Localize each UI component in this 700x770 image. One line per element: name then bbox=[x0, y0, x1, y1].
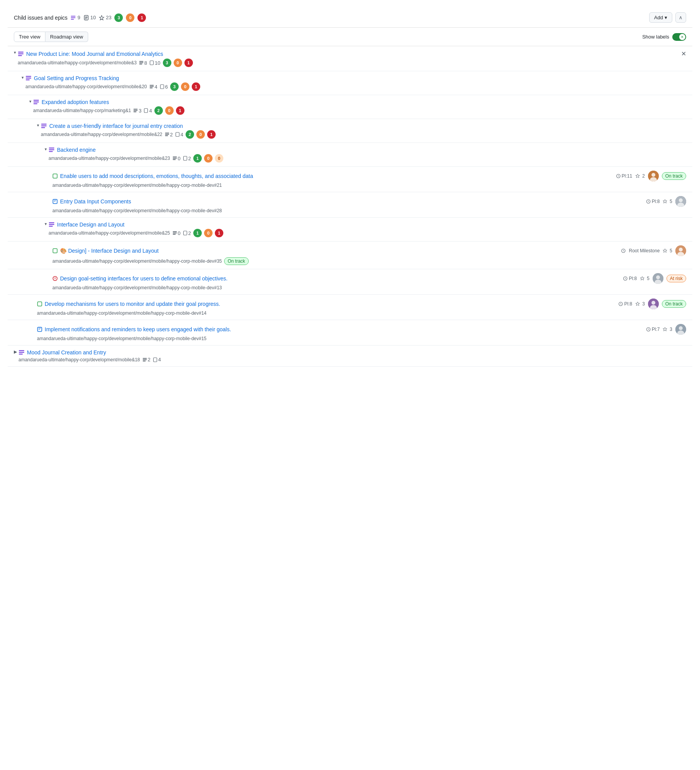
clock-icon bbox=[621, 248, 626, 253]
svg-rect-32 bbox=[165, 134, 169, 135]
svg-rect-53 bbox=[49, 224, 54, 225]
epic-icon bbox=[18, 51, 24, 57]
item-title[interactable]: Develop mechanisms for users to monitor … bbox=[45, 301, 220, 307]
header: Child issues and epics 9 10 bbox=[8, 8, 692, 28]
issue-blue-icon bbox=[37, 327, 42, 332]
row-content: Interface Design and Layout amandarueda-… bbox=[49, 221, 686, 237]
item-title[interactable]: Expanded adoption features bbox=[42, 99, 109, 105]
meta-path: amandarueda-ultimate/happy-corp/developm… bbox=[41, 132, 162, 137]
epic-icon bbox=[25, 75, 32, 81]
svg-rect-4 bbox=[85, 17, 87, 17]
svg-rect-42 bbox=[53, 174, 57, 178]
item-title[interactable]: Interface Design and Layout bbox=[57, 221, 124, 228]
svg-rect-23 bbox=[33, 103, 37, 104]
weight-icon bbox=[663, 199, 667, 204]
header-right: Add ▾ ∧ bbox=[649, 12, 686, 23]
svg-rect-28 bbox=[41, 124, 47, 125]
item-title[interactable]: Implement notifications and reminders to… bbox=[45, 326, 231, 332]
issue-green-icon bbox=[52, 248, 58, 253]
expand-icon[interactable]: ▾ bbox=[22, 75, 24, 80]
svg-rect-81 bbox=[19, 354, 23, 355]
item-title[interactable]: Mood Journal Creation and Entry bbox=[27, 349, 106, 356]
item-title[interactable]: Goal Setting and Progress Tracking bbox=[34, 75, 119, 81]
expand-icon[interactable]: ▶ bbox=[14, 349, 17, 354]
svg-point-45 bbox=[651, 173, 655, 177]
issue-red-icon bbox=[52, 276, 58, 281]
svg-rect-26 bbox=[134, 111, 137, 112]
item-title[interactable]: New Product Line: Mood Journal and Emoti… bbox=[26, 51, 163, 57]
status-badge-on-track: On track bbox=[662, 300, 686, 308]
issue-icon-sm bbox=[183, 231, 188, 235]
item-title[interactable]: Create a user-friendly interface for jou… bbox=[49, 123, 183, 129]
item-title[interactable]: Backend engine bbox=[57, 147, 95, 153]
milestone-badge: Root Milestone bbox=[629, 248, 660, 253]
add-button[interactable]: Add ▾ bbox=[649, 12, 672, 23]
epic-icon bbox=[18, 349, 25, 356]
expand-icon[interactable]: ▾ bbox=[29, 99, 32, 104]
table-row: ▾ Create a user-friendly interface for j… bbox=[8, 119, 692, 143]
svg-rect-38 bbox=[172, 157, 177, 158]
clock-icon bbox=[616, 174, 621, 178]
avatar-img bbox=[675, 245, 686, 256]
svg-rect-79 bbox=[19, 350, 24, 351]
item-title[interactable]: Enable users to add mood descriptions, e… bbox=[60, 173, 253, 179]
issue-icon-sm bbox=[160, 84, 164, 89]
status-badge-on-track: On track bbox=[224, 257, 248, 265]
svg-rect-21 bbox=[33, 100, 39, 101]
issue-green-icon bbox=[37, 301, 42, 307]
row-content: Implement notifications and reminders to… bbox=[37, 324, 686, 341]
table-row: Develop mechanisms for users to monitor … bbox=[8, 295, 692, 320]
svg-rect-20 bbox=[160, 85, 164, 89]
avatar bbox=[653, 273, 663, 284]
milestone-icon-header bbox=[99, 15, 104, 20]
svg-rect-55 bbox=[172, 232, 177, 232]
svg-rect-37 bbox=[49, 151, 53, 152]
expand-icon[interactable]: ▾ bbox=[45, 147, 47, 152]
clock-icon bbox=[618, 302, 623, 306]
tree-content: ▾ New Product Line: Mood Journal and Emo… bbox=[8, 46, 692, 367]
roadmap-view-tab[interactable]: Roadmap view bbox=[45, 32, 88, 42]
meta-path: amandarueda-ultimate/happy-corp/developm… bbox=[37, 310, 206, 316]
item-title[interactable]: Design goal-setting interfaces for users… bbox=[60, 275, 228, 282]
svg-rect-30 bbox=[41, 127, 45, 128]
expand-icon[interactable]: ▾ bbox=[37, 123, 39, 128]
badge-orange: 0 bbox=[126, 13, 134, 22]
view-tabs: Tree view Roadmap view bbox=[14, 32, 88, 42]
svg-rect-1 bbox=[71, 17, 75, 18]
meta-path: amandarueda-ultimate/happy-corp/developm… bbox=[18, 60, 137, 65]
close-button[interactable]: ✕ bbox=[681, 50, 686, 57]
svg-point-67 bbox=[656, 275, 660, 279]
header-title: Child issues and epics bbox=[14, 15, 67, 21]
item-title[interactable]: Entry Data Input Components bbox=[60, 198, 131, 205]
svg-rect-14 bbox=[26, 76, 31, 77]
epic-icon-sm bbox=[165, 132, 169, 137]
issue-blue-icon bbox=[52, 199, 58, 204]
show-labels-toggle[interactable]: ✕ bbox=[672, 33, 686, 41]
tree-view-tab[interactable]: Tree view bbox=[14, 32, 45, 42]
svg-rect-11 bbox=[139, 62, 144, 63]
svg-rect-18 bbox=[149, 86, 154, 87]
epic-icon-sm bbox=[149, 84, 154, 89]
table-row: Implement notifications and reminders to… bbox=[8, 320, 692, 346]
svg-rect-35 bbox=[49, 148, 54, 149]
table-row: ▾ Expanded adoption features amandarueda… bbox=[8, 95, 692, 119]
item-title[interactable]: 🎨 Design] - Interface Design and Layout bbox=[60, 248, 159, 254]
svg-rect-36 bbox=[49, 149, 54, 151]
expand-icon[interactable]: ▾ bbox=[14, 50, 16, 55]
svg-point-50 bbox=[679, 198, 683, 202]
collapse-button[interactable]: ∧ bbox=[675, 12, 686, 23]
svg-rect-8 bbox=[18, 53, 23, 54]
row-content: Goal Setting and Progress Tracking amand… bbox=[25, 75, 686, 91]
svg-rect-69 bbox=[38, 302, 42, 306]
svg-rect-29 bbox=[41, 126, 47, 127]
expand-icon[interactable]: ▾ bbox=[45, 221, 47, 226]
row-content: Expanded adoption features amandarueda-u… bbox=[33, 99, 686, 115]
table-row: ▶ Mood Journal Creation and Entry amanda… bbox=[8, 346, 692, 367]
table-row: ▾ Goal Setting and Progress Tracking ama… bbox=[8, 71, 692, 95]
svg-rect-19 bbox=[149, 87, 152, 88]
issue-icon-sm bbox=[183, 156, 188, 161]
epics-count: 9 bbox=[70, 15, 80, 20]
badge-red: 1 bbox=[137, 13, 146, 22]
svg-point-77 bbox=[679, 326, 683, 330]
meta-path: amandarueda-ultimate/happy-corp/developm… bbox=[49, 230, 170, 236]
